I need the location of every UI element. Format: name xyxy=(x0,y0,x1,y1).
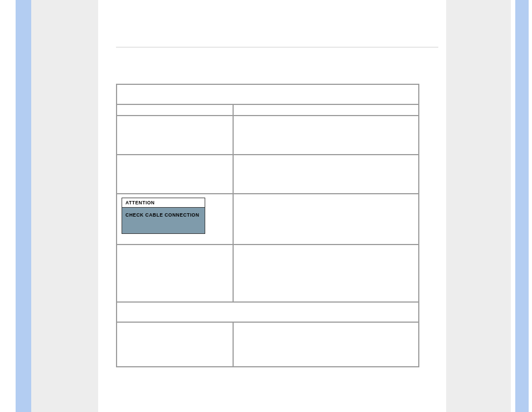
page-gutter-right xyxy=(446,0,511,412)
table-cell xyxy=(233,194,419,245)
table-cell xyxy=(117,116,233,155)
table-cell xyxy=(117,322,233,367)
table-header-full xyxy=(117,84,419,104)
table-cell-with-module: ATTENTION CHECK CABLE CONNECTION xyxy=(117,194,233,245)
attention-dialog: ATTENTION CHECK CABLE CONNECTION xyxy=(122,198,205,234)
page-margin-right xyxy=(515,0,529,412)
horizontal-rule xyxy=(116,47,438,47)
table-cell xyxy=(233,155,419,194)
information-table: ATTENTION CHECK CABLE CONNECTION xyxy=(116,84,419,367)
table-cell xyxy=(233,245,419,302)
table-cell xyxy=(233,322,419,367)
table-cell xyxy=(117,245,233,302)
table-cell xyxy=(117,104,233,116)
page-gutter-left xyxy=(31,0,98,412)
attention-dialog-body: CHECK CABLE CONNECTION xyxy=(122,208,205,233)
document-page: ATTENTION CHECK CABLE CONNECTION xyxy=(98,0,446,412)
table-cell xyxy=(117,155,233,194)
attention-dialog-header: ATTENTION xyxy=(122,198,205,208)
table-section-header xyxy=(117,302,419,322)
table-cell xyxy=(233,104,419,116)
table-cell xyxy=(233,116,419,155)
page-margin-left xyxy=(16,0,31,412)
